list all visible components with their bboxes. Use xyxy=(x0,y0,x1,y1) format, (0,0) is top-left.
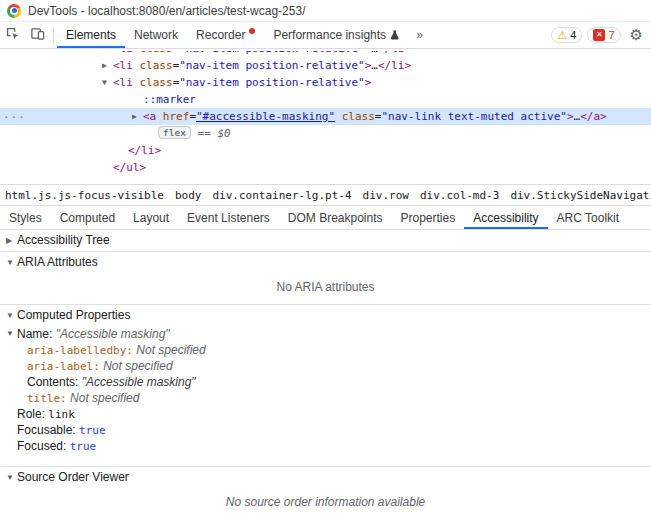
settings-gear-button[interactable]: ⚙ xyxy=(626,22,651,48)
tree-row[interactable]: ▶<a href="#accessible-masking" class="na… xyxy=(0,108,651,125)
section-header-source-order[interactable]: ▼Source Order Viewer xyxy=(0,467,651,488)
device-toolbar-button[interactable] xyxy=(25,22,50,48)
error-icon: ✕ xyxy=(593,29,605,41)
breadcrumb-item[interactable]: html.js.js-focus-visible xyxy=(5,189,164,202)
code-token: ::marker xyxy=(143,93,196,106)
placeholder-text: No ARIA attributes xyxy=(0,280,651,294)
experiment-beaker-icon xyxy=(390,29,400,41)
tree-row[interactable]: </ul> xyxy=(0,159,651,176)
warnings-badge[interactable]: ⚠ 4 xyxy=(551,27,582,43)
code-token: "nav-item position-relative" xyxy=(179,76,364,89)
code-token: class xyxy=(335,110,375,123)
collapse-arrow-icon: ▶ xyxy=(6,230,12,251)
code-token: class xyxy=(133,76,173,89)
tab-elements[interactable]: Elements xyxy=(57,22,125,48)
expanded-arrow-icon: ▼ xyxy=(6,467,14,488)
window-title: DevTools - localhost:8080/en/articles/te… xyxy=(28,4,305,18)
toolbar-spacer xyxy=(429,22,552,48)
section-title: ARIA Attributes xyxy=(17,255,98,269)
tab-arc-toolkit[interactable]: ARC Toolkit xyxy=(548,206,628,229)
section-header-tree[interactable]: ▶Accessibility Tree xyxy=(0,230,651,251)
tab-dom-breakpoints[interactable]: DOM Breakpoints xyxy=(279,206,392,229)
code-token: class xyxy=(133,51,173,55)
flex-adorner-badge[interactable]: flex xyxy=(158,126,191,139)
breadcrumb-item[interactable]: body xyxy=(175,189,202,202)
tree-row[interactable]: ▶<li class="nav-item position-relative">… xyxy=(0,57,651,74)
tab-performance-insights[interactable]: Performance insights xyxy=(264,22,409,48)
code-token: </li> xyxy=(128,144,161,157)
tree-row[interactable]: ▼<li class="nav-item position-relative"> xyxy=(0,74,651,91)
expanded-arrow-icon[interactable]: ▼ xyxy=(102,74,107,91)
devtools-window: DevTools - localhost:8080/en/articles/te… xyxy=(0,0,651,522)
tab-recorder[interactable]: Recorder xyxy=(187,22,264,48)
accessibility-panel: ▶Accessibility Tree▼ARIA AttributesNo AR… xyxy=(0,230,651,522)
code-token: == xyxy=(191,127,218,140)
section-header-computed[interactable]: ▼Computed Properties xyxy=(0,305,651,326)
code-token: = xyxy=(189,110,196,123)
property-label: title: xyxy=(27,392,67,405)
code-token: $0 xyxy=(217,127,230,140)
tab-styles[interactable]: Styles xyxy=(0,206,51,229)
gear-icon: ⚙ xyxy=(630,26,643,44)
tree-row[interactable]: </li> xyxy=(0,142,651,159)
breadcrumb: html.js.js-focus-visiblebodydiv.containe… xyxy=(0,184,651,206)
elements-tree: ... ▶<li class="nav-item position-relati… xyxy=(0,49,651,184)
expanded-arrow-icon[interactable]: ▼ xyxy=(6,326,14,342)
tab-computed[interactable]: Computed xyxy=(51,206,124,229)
toolbar-divider xyxy=(53,27,54,43)
tab-label: Elements xyxy=(66,28,116,42)
code-token: "nav-item position-relative" xyxy=(179,51,364,55)
tab-layout[interactable]: Layout xyxy=(124,206,178,229)
main-tab-strip: ElementsNetworkRecorderPerformance insig… xyxy=(57,22,409,48)
more-actions-ellipsis[interactable]: ... xyxy=(3,108,26,125)
warning-count: 4 xyxy=(570,29,576,41)
code-token: <li xyxy=(113,51,133,55)
tree-row[interactable]: ::marker xyxy=(0,91,651,108)
placeholder-text: No source order information available xyxy=(0,495,651,509)
tab-properties[interactable]: Properties xyxy=(392,206,465,229)
computed-property-row: Focusable: true xyxy=(0,422,651,438)
code-token: "nav-item position-relative" xyxy=(179,59,364,72)
property-label: Contents: xyxy=(27,375,78,389)
computed-property-row: Role: link xyxy=(0,406,651,422)
tab-accessibility[interactable]: Accessibility xyxy=(464,206,547,229)
section-title: Accessibility Tree xyxy=(17,233,110,247)
more-tabs-button[interactable]: » xyxy=(409,22,429,48)
tree-row[interactable]: flex == $0 xyxy=(0,125,651,142)
code-token: … xyxy=(371,59,378,72)
code-token: </li> xyxy=(378,51,411,55)
tab-event-listeners[interactable]: Event Listeners xyxy=(178,206,279,229)
computed-subproperty-row: Contents: "Accessible masking" xyxy=(0,374,651,390)
computed-subproperty-row: aria-labelledby: Not specified xyxy=(0,342,651,358)
sidebar-tab-strip: StylesComputedLayoutEvent ListenersDOM B… xyxy=(0,206,651,230)
computed-subproperty-row: aria-label: Not specified xyxy=(0,358,651,374)
computed-name-row[interactable]: ▼Name: "Accessible masking" xyxy=(0,326,651,342)
href-link-value[interactable]: "#accessible-masking" xyxy=(196,110,335,123)
section-title: Computed Properties xyxy=(17,308,130,322)
property-value: Not specified xyxy=(70,391,139,405)
computed-property-row: Focused: true xyxy=(0,438,651,454)
breadcrumb-item[interactable]: div.container-lg.pt-4 xyxy=(212,189,351,202)
inspect-element-button[interactable] xyxy=(0,22,25,48)
chrome-logo-icon xyxy=(7,4,21,18)
code-token: "nav-link text-muted active" xyxy=(381,110,566,123)
breadcrumb-item[interactable]: div.row xyxy=(363,189,409,202)
code-token: </a> xyxy=(580,110,607,123)
code-token: href xyxy=(156,110,189,123)
property-label: Name: xyxy=(17,327,52,341)
section-header-aria[interactable]: ▼ARIA Attributes xyxy=(0,252,651,273)
section-computed: ▼Computed Properties▼Name: "Accessible m… xyxy=(0,304,651,466)
breadcrumb-item[interactable]: div.StickySideNavigation xyxy=(510,189,651,202)
error-count: 7 xyxy=(608,29,614,41)
code-token: </li> xyxy=(378,59,411,72)
code-token: … xyxy=(371,51,378,55)
code-token: > xyxy=(365,76,372,89)
section-tree: ▶Accessibility Tree xyxy=(0,230,651,251)
tab-network[interactable]: Network xyxy=(125,22,187,48)
breadcrumb-item[interactable]: div.col-md-3 xyxy=(420,189,499,202)
collapse-arrow-icon[interactable]: ▶ xyxy=(132,108,137,125)
computed-subproperty-row: title: Not specified xyxy=(0,390,651,406)
collapse-arrow-icon[interactable]: ▶ xyxy=(102,57,107,74)
errors-badge[interactable]: ✕ 7 xyxy=(587,27,620,43)
property-value: "Accessible masking" xyxy=(82,375,196,389)
